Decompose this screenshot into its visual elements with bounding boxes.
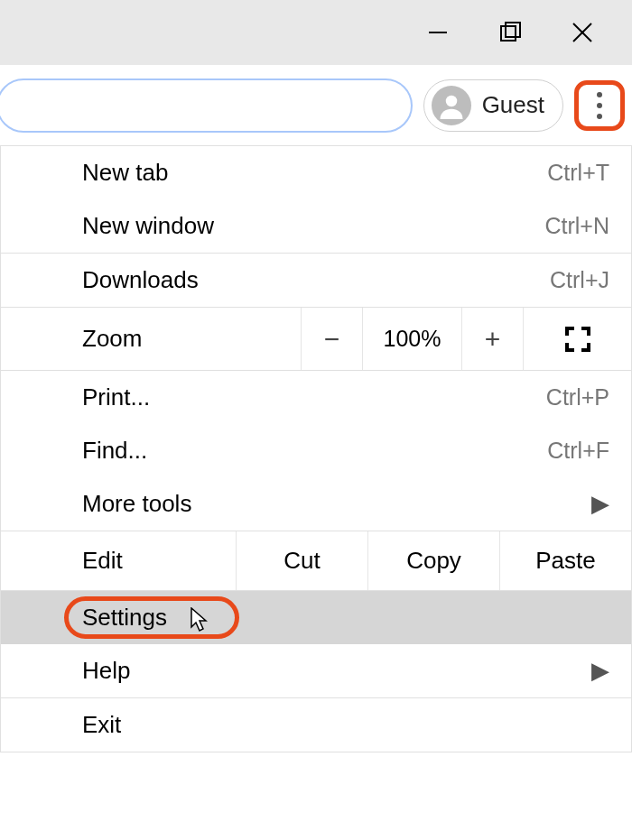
avatar-icon (432, 86, 471, 125)
menu-item-zoom: Zoom − 100% + (1, 307, 631, 370)
submenu-arrow-icon: ▶ (591, 490, 609, 518)
profile-chip[interactable]: Guest (423, 79, 563, 132)
menu-label: Help (82, 657, 591, 685)
edit-label: Edit (82, 531, 236, 590)
fullscreen-button[interactable] (523, 308, 631, 370)
menu-item-more-tools[interactable]: More tools ▶ (1, 477, 631, 531)
menu-label: Print... (82, 383, 546, 411)
browser-toolbar: Guest (0, 65, 632, 146)
overflow-menu-button[interactable] (574, 80, 625, 131)
menu-item-find[interactable]: Find... Ctrl+F (1, 424, 631, 477)
close-button[interactable] (569, 19, 596, 46)
menu-label: New tab (82, 159, 547, 187)
submenu-arrow-icon: ▶ (591, 657, 609, 685)
menu-item-settings[interactable]: Settings (1, 590, 631, 644)
svg-point-5 (445, 95, 457, 106)
menu-item-new-tab[interactable]: New tab Ctrl+T (1, 146, 631, 199)
svg-rect-1 (501, 26, 516, 41)
address-bar[interactable] (0, 78, 413, 133)
zoom-label: Zoom (82, 308, 301, 370)
menu-label: New window (82, 212, 544, 240)
window-titlebar (0, 0, 632, 65)
zoom-value: 100% (362, 308, 461, 370)
menu-shortcut: Ctrl+T (547, 160, 609, 186)
menu-shortcut: Ctrl+P (546, 384, 609, 411)
menu-item-downloads[interactable]: Downloads Ctrl+J (1, 253, 631, 307)
menu-shortcut: Ctrl+J (550, 267, 609, 293)
profile-label: Guest (482, 91, 544, 119)
zoom-in-button[interactable]: + (461, 308, 523, 370)
minimize-button[interactable] (424, 19, 451, 46)
menu-label: Downloads (82, 266, 550, 294)
menu-label: Settings (82, 604, 609, 632)
menu-item-edit: Edit Cut Copy Paste (1, 531, 631, 590)
menu-item-exit[interactable]: Exit (1, 697, 631, 752)
menu-shortcut: Ctrl+N (544, 213, 609, 239)
svg-rect-2 (506, 23, 520, 37)
edit-copy-button[interactable]: Copy (367, 531, 499, 590)
menu-item-new-window[interactable]: New window Ctrl+N (1, 199, 631, 253)
menu-shortcut: Ctrl+F (547, 438, 609, 464)
zoom-out-button[interactable]: − (301, 308, 362, 370)
menu-label: Exit (82, 711, 609, 739)
vertical-dots-icon (597, 92, 602, 119)
fullscreen-icon (565, 327, 590, 352)
menu-label: More tools (82, 490, 591, 518)
maximize-button[interactable] (497, 19, 524, 46)
menu-item-print[interactable]: Print... Ctrl+P (1, 370, 631, 424)
overflow-menu: New tab Ctrl+T New window Ctrl+N Downloa… (0, 146, 632, 752)
edit-paste-button[interactable]: Paste (499, 531, 631, 590)
menu-item-help[interactable]: Help ▶ (1, 644, 631, 697)
menu-label: Find... (82, 437, 547, 465)
edit-cut-button[interactable]: Cut (236, 531, 367, 590)
